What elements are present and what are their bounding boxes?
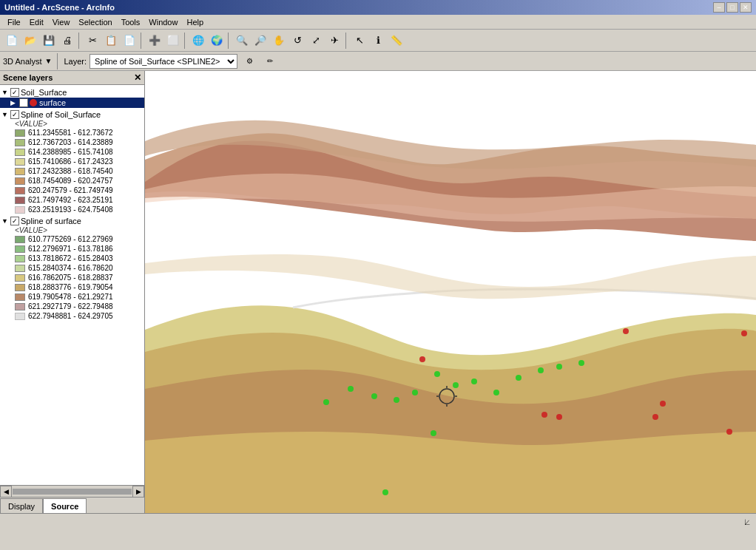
- title-bar: Untitled - ArcScene - ArcInfo – □ ✕: [0, 0, 756, 15]
- close-panel-button[interactable]: ✕: [134, 72, 141, 83]
- tab-source[interactable]: Source: [43, 498, 87, 513]
- legend-item-5: 617.2432388 - 618.74540: [0, 166, 144, 176]
- svg-point-11: [538, 367, 544, 373]
- svg-point-15: [431, 430, 436, 436]
- layer-row-spline-soil[interactable]: ▼ Spline of Soil_Surface: [0, 109, 144, 120]
- globe2-button[interactable]: 🌍: [208, 32, 226, 50]
- swatch-1: [15, 129, 25, 137]
- swatch-s6: [15, 284, 25, 291]
- expand-surface[interactable]: ▶: [10, 99, 18, 106]
- legend-label-8: 621.7497492 - 623.25191: [28, 196, 113, 204]
- main-area: Scene layers ✕ ▼ Soil_Surface ▶ surface: [0, 71, 756, 513]
- swatch-s4: [15, 265, 25, 272]
- panel-tabs: Display Source: [0, 497, 144, 513]
- zoom-in-button[interactable]: 🔍: [233, 32, 251, 50]
- checkbox-spline-soil[interactable]: [10, 110, 19, 119]
- scroll-track[interactable]: [13, 489, 132, 495]
- scroll-left-button[interactable]: ◀: [0, 486, 12, 498]
- close-button[interactable]: ✕: [740, 2, 752, 13]
- legend-item-s5: 616.7862075 - 618.28837: [0, 273, 144, 282]
- panel-header: Scene layers ✕: [0, 71, 144, 85]
- open-button[interactable]: 📂: [21, 32, 39, 50]
- menu-tools[interactable]: Tools: [117, 16, 145, 28]
- layer-row-surface[interactable]: ▶ surface: [0, 98, 144, 108]
- print-button[interactable]: 🖨: [58, 32, 76, 50]
- swatch-4: [15, 158, 25, 166]
- window-title: Untitled - ArcScene - ArcInfo: [4, 3, 115, 12]
- legend-label-s9: 622.7948881 - 624.29705: [28, 312, 113, 320]
- layer-group-soil-surface: ▼ Soil_Surface ▶ surface: [0, 86, 144, 109]
- menu-view[interactable]: View: [48, 16, 75, 28]
- legend-label-9: 623.2519193 - 624.75408: [28, 206, 113, 214]
- svg-point-5: [412, 390, 418, 395]
- swatch-s8: [15, 303, 25, 310]
- layer-row-spline-surface[interactable]: ▼ Spline of surface: [0, 216, 144, 226]
- maximize-button[interactable]: □: [726, 2, 738, 13]
- fly-button[interactable]: ✈: [325, 32, 343, 50]
- scroll-right-button[interactable]: ▶: [132, 486, 144, 498]
- expand-soil-surface[interactable]: ▼: [1, 89, 9, 96]
- paste-button[interactable]: 📄: [121, 32, 138, 50]
- new-button[interactable]: 📄: [3, 32, 21, 50]
- copy-button[interactable]: 📋: [102, 32, 120, 50]
- layer-group-spline-soil: ▼ Spline of Soil_Surface <VALUE> 611.234…: [0, 109, 144, 215]
- legend-label-s5: 616.7862075 - 618.28837: [28, 274, 113, 282]
- 3d-view-button[interactable]: ⬜: [164, 32, 182, 50]
- save-button[interactable]: 💾: [40, 32, 58, 50]
- svg-point-6: [434, 371, 440, 377]
- svg-point-7: [453, 382, 459, 388]
- main-toolbar: 📄 📂 💾 🖨 ✂ 📋 📄 ➕ ⬜ 🌐 🌍 🔍 🔎 ✋ ↺ ⤢ ✈ ↖ ℹ 📏: [0, 30, 756, 52]
- svg-point-18: [419, 356, 425, 362]
- svg-point-22: [541, 412, 547, 418]
- checkbox-spline-surface[interactable]: [10, 217, 19, 225]
- legend-label-s3: 613.7818672 - 615.28403: [28, 254, 113, 262]
- full-extent-button[interactable]: ⤢: [307, 32, 325, 50]
- minimize-button[interactable]: –: [713, 2, 725, 13]
- layer-select[interactable]: Spline of Soil_Surface <SPLINE2>: [90, 54, 237, 69]
- legend-item-s2: 612.2796971 - 613.78186: [0, 244, 144, 254]
- swatch-5: [15, 168, 25, 175]
- expand-spline-surface[interactable]: ▼: [1, 217, 9, 225]
- tab-display[interactable]: Display: [0, 498, 43, 513]
- measure-button[interactable]: 📏: [388, 32, 405, 50]
- layer-tool2[interactable]: ✏: [261, 52, 279, 70]
- identify-button[interactable]: ℹ: [369, 32, 387, 50]
- menu-window[interactable]: Window: [144, 16, 182, 28]
- legend-label-s2: 612.2796971 - 613.78186: [28, 245, 113, 253]
- select-button[interactable]: ↖: [351, 32, 368, 50]
- svg-point-9: [493, 390, 499, 395]
- 3d-analyst-toolbar: 3D Analyst ▼ Layer: Spline of Soil_Surfa…: [0, 52, 756, 71]
- value-label-spline-surface: <VALUE>: [0, 226, 144, 234]
- add-data-button[interactable]: ➕: [146, 32, 163, 50]
- rotate-button[interactable]: ↺: [288, 32, 306, 50]
- svg-point-8: [471, 378, 477, 384]
- pan-button[interactable]: ✋: [270, 32, 288, 50]
- panel-horizontal-scrollbar[interactable]: ◀ ▶: [0, 485, 144, 497]
- map-view[interactable]: [145, 71, 756, 513]
- swatch-s5: [15, 274, 25, 282]
- legend-label-s7: 619.7905478 - 621.29271: [28, 293, 113, 301]
- menu-edit[interactable]: Edit: [25, 16, 48, 28]
- legend-item-s3: 613.7818672 - 615.28403: [0, 254, 144, 263]
- globe-button[interactable]: 🌐: [189, 32, 207, 50]
- zoom-out-button[interactable]: 🔎: [252, 32, 269, 50]
- menu-help[interactable]: Help: [182, 16, 208, 28]
- label-spline-soil: Spline of Soil_Surface: [21, 110, 101, 119]
- status-bar: ⟀: [0, 513, 756, 529]
- expand-spline-soil[interactable]: ▼: [1, 111, 9, 118]
- checkbox-soil-surface[interactable]: [10, 88, 19, 97]
- resize-handle[interactable]: ⟀: [741, 516, 753, 528]
- menu-selection[interactable]: Selection: [74, 16, 116, 28]
- layer-tool1[interactable]: ⚙: [240, 52, 258, 70]
- cut-button[interactable]: ✂: [84, 32, 101, 50]
- svg-point-3: [371, 393, 377, 399]
- layers-panel: Scene layers ✕ ▼ Soil_Surface ▶ surface: [0, 71, 145, 513]
- layer-row-soil-surface[interactable]: ▼ Soil_Surface: [0, 87, 144, 98]
- legend-item-s8: 621.2927179 - 622.79488: [0, 302, 144, 311]
- menu-file[interactable]: File: [3, 16, 25, 28]
- checkbox-surface[interactable]: [19, 98, 28, 107]
- label-soil-surface: Soil_Surface: [21, 88, 67, 97]
- analyst-dropdown-arrow[interactable]: ▼: [45, 57, 53, 65]
- svg-point-12: [556, 364, 562, 370]
- swatch-8: [15, 197, 25, 204]
